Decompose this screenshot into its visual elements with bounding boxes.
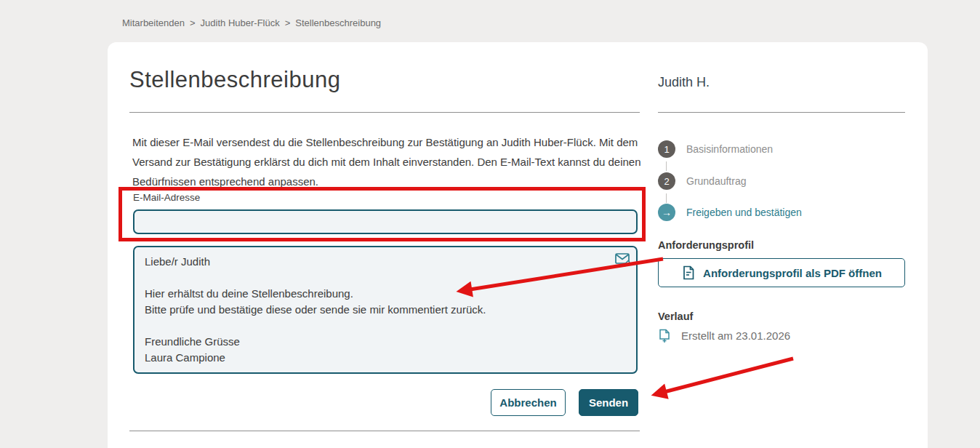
page: Mitarbeitenden > Judith Huber-Flück > St…	[0, 0, 980, 448]
step-2-indicator: 2	[658, 172, 675, 190]
intro-text: Mit dieser E-Mail versendest du die Stel…	[132, 132, 646, 191]
message-field-wrap: Liebe/r Judith Hier erhältst du deine St…	[133, 246, 638, 374]
open-pdf-button-label: Anforderungsprofil als PDF öffnen	[703, 267, 882, 279]
cancel-button[interactable]: Abbrechen	[491, 389, 566, 416]
step-freigeben-bestaetigen[interactable]: → Freigeben und bestätigen	[658, 204, 802, 221]
step-connector	[666, 193, 667, 203]
breadcrumb: Mitarbeitenden > Judith Huber-Flück > St…	[122, 17, 381, 28]
arrow-right-icon: →	[658, 204, 675, 221]
bottom-divider	[129, 431, 640, 431]
verlauf-heading: Verlauf	[658, 311, 693, 322]
history-entry-text: Erstellt am 23.01.2026	[681, 329, 790, 342]
step-2-label: Grundauftrag	[686, 175, 747, 187]
content-card: Stellenbeschreibung Mit dieser E-Mail ve…	[108, 42, 928, 448]
open-pdf-button[interactable]: Anforderungsprofil als PDF öffnen	[658, 258, 905, 287]
page-title: Stellenbeschreibung	[129, 67, 340, 93]
breadcrumb-separator: >	[190, 17, 196, 28]
anforderungsprofil-heading: Anforderungsprofil	[658, 239, 754, 251]
step-1-indicator: 1	[658, 140, 675, 158]
breadcrumb-item-person[interactable]: Judith Huber-Flück	[201, 17, 280, 28]
send-button[interactable]: Senden	[579, 389, 638, 416]
sidebar-person-name: Judith H.	[658, 75, 710, 90]
sidebar-divider	[658, 112, 905, 113]
step-connector	[666, 161, 667, 171]
breadcrumb-separator: >	[285, 17, 291, 28]
step-basisinformationen[interactable]: 1 Basisinformationen	[658, 140, 773, 158]
message-textarea[interactable]: Liebe/r Judith Hier erhältst du deine St…	[133, 246, 638, 374]
history-entry: Erstellt am 23.01.2026	[658, 329, 790, 343]
step-grundauftrag[interactable]: 2 Grundauftrag	[658, 172, 747, 190]
title-divider	[129, 112, 640, 113]
email-edit-icon	[614, 251, 630, 267]
step-3-label: Freigeben und bestätigen	[686, 207, 802, 218]
email-field-label: E-Mail-Adresse	[133, 192, 200, 203]
step-1-label: Basisinformationen	[686, 143, 773, 155]
document-icon	[681, 265, 696, 280]
file-plus-icon	[658, 329, 672, 343]
breadcrumb-item-mitarbeitenden[interactable]: Mitarbeitenden	[122, 17, 185, 28]
breadcrumb-item-stellenbeschreibung[interactable]: Stellenbeschreibung	[295, 17, 381, 28]
email-input[interactable]	[133, 209, 638, 234]
